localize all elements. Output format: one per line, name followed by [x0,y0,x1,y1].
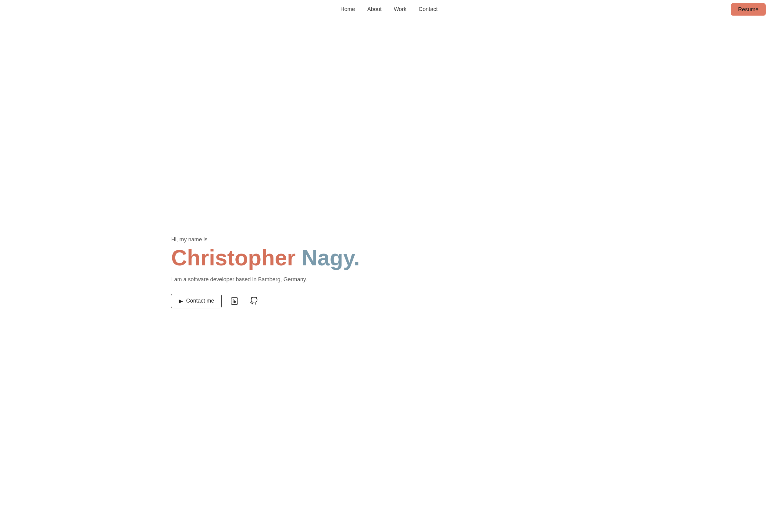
linkedin-icon [230,297,238,305]
intro-text: Hi, my name is [171,237,778,243]
nav-link-about[interactable]: About [367,6,382,12]
nav-item-home[interactable]: Home [340,6,355,12]
hero-actions: ▶ Contact me [171,294,778,308]
linkedin-button[interactable] [228,294,241,308]
contact-button-label: Contact me [186,298,214,304]
nav-item-about[interactable]: About [367,6,382,12]
send-icon: ▶ [179,298,183,304]
hero-name: Christopher Nagy. [171,246,778,270]
nav-link-contact[interactable]: Contact [418,6,438,12]
github-icon [250,297,258,305]
hero-subtitle: I am a software developer based in Bambe… [171,276,778,283]
first-name: Christopher [171,246,295,270]
nav-links: Home About Work Contact [340,6,438,12]
github-button[interactable] [247,294,261,308]
navbar: Home About Work Contact Resume [0,0,778,19]
nav-link-home[interactable]: Home [340,6,355,12]
contact-button[interactable]: ▶ Contact me [171,294,222,308]
nav-link-work[interactable]: Work [394,6,407,12]
nav-item-contact[interactable]: Contact [418,6,438,12]
hero-section: Hi, my name is Christopher Nagy. I am a … [0,19,778,526]
last-name: Nagy. [302,246,360,270]
resume-button[interactable]: Resume [731,3,766,15]
nav-item-work[interactable]: Work [394,6,407,12]
